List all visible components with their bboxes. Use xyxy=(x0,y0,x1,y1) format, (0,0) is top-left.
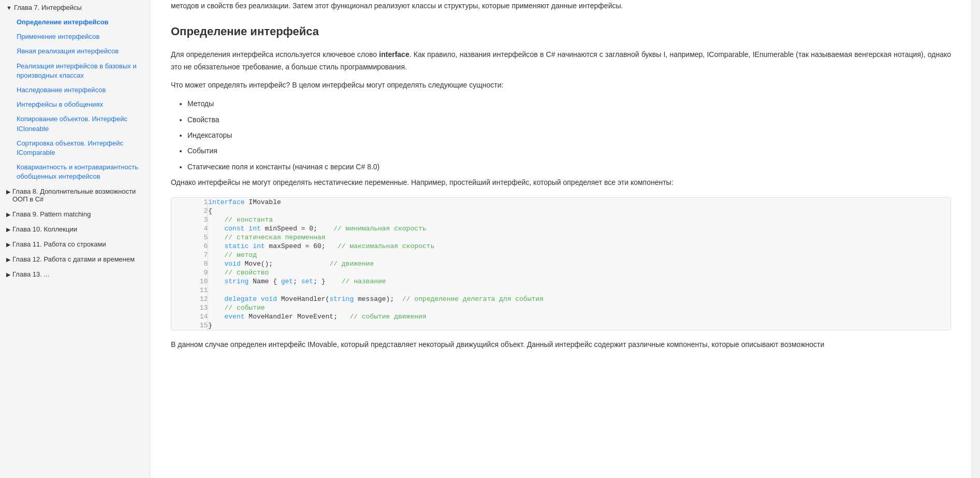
sidebar-item-inherit-iface[interactable]: Наследование интерфейсов xyxy=(0,83,150,97)
cm-token: // минимальная скорость xyxy=(333,225,426,233)
line-number: 7 xyxy=(171,251,208,259)
sidebar-item-sort-icomparable[interactable]: Сортировка объектов. Интерфейс IComparab… xyxy=(0,136,150,160)
chapter-label: Глава 13. ... xyxy=(12,270,143,278)
kw-token: get xyxy=(281,278,293,285)
line-number: 11 xyxy=(171,286,208,295)
line-number: 4 xyxy=(171,224,208,233)
cm-token: // свойство xyxy=(208,269,269,277)
page-title: Определение интерфейса xyxy=(171,25,951,40)
kw-token: delegate xyxy=(208,295,257,303)
line-code: const int minSpeed = 0; // минимальная с… xyxy=(208,224,950,233)
sidebar: ▼Глава 7. ИнтерфейсыОпределение интерфей… xyxy=(0,0,150,478)
line-code: string Name { get; set; } // название xyxy=(208,277,950,286)
table-row: 5 // статическая переменная xyxy=(171,233,950,242)
line-code: event MoveHandler MoveEvent; // событие … xyxy=(208,312,950,321)
arrow-icon: ▶ xyxy=(6,226,10,233)
kw-token: const xyxy=(208,225,244,233)
fn-token: message); xyxy=(354,295,402,303)
sidebar-chapter-chapter13[interactable]: ▶Глава 13. ... xyxy=(0,267,150,282)
line-number: 5 xyxy=(171,233,208,242)
sidebar-item-explicit-impl[interactable]: Явная реализация интерфейсов xyxy=(0,44,150,59)
arrow-icon: ▶ xyxy=(6,189,10,195)
para1: Для определения интерфейса используется … xyxy=(171,49,951,74)
table-row: 1interface IMovable xyxy=(171,198,950,207)
arrow-icon: ▶ xyxy=(6,271,10,278)
line-number: 14 xyxy=(171,312,208,321)
kw-token: event xyxy=(208,313,244,321)
kw-token: static xyxy=(208,242,248,250)
para4: В данном случае определен интерфейс IMov… xyxy=(171,339,951,351)
chapter-label: Глава 7. Интерфейсы xyxy=(14,4,143,11)
list-item: Статические поля и константы (начиная с … xyxy=(187,161,951,172)
cm-token: // константа xyxy=(208,216,273,224)
sidebar-chapter-chapter8[interactable]: ▶Глава 8. Дополнительные возможности ООП… xyxy=(0,184,150,207)
line-code: static int maxSpeed = 60; // максимальна… xyxy=(208,242,950,251)
list-item: Индексаторы xyxy=(187,129,951,141)
fn-token: Name { xyxy=(248,278,281,285)
cm-token: // движение xyxy=(329,260,374,268)
sidebar-chapter-chapter11[interactable]: ▶Глава 11. Работа со строками xyxy=(0,237,150,252)
kw-token: void xyxy=(208,260,240,268)
sidebar-item-base-derived[interactable]: Реализация интерфейсов в базовых и произ… xyxy=(0,59,150,83)
fn-token: maxSpeed = 60; xyxy=(265,242,338,250)
line-code: // метод xyxy=(208,251,950,259)
line-code: // событие xyxy=(208,303,950,312)
cm-token: // статическая переменная xyxy=(208,234,325,241)
list-item: События xyxy=(187,145,951,156)
table-row: 14 event MoveHandler MoveEvent; // событ… xyxy=(171,312,950,321)
line-number: 13 xyxy=(171,303,208,312)
line-number: 1 xyxy=(171,198,208,207)
sidebar-chapter-chapter12[interactable]: ▶Глава 12. Работа с датами и временем xyxy=(0,252,150,267)
sidebar-chapter-chapter10[interactable]: ▶Глава 10. Коллекции xyxy=(0,222,150,237)
fn-token: MoveHandler MoveEvent; xyxy=(245,313,350,321)
scrollbar[interactable] xyxy=(972,0,980,478)
line-code: { xyxy=(208,207,950,215)
kw-token: string xyxy=(329,295,354,303)
sidebar-item-iface-generics[interactable]: Интерфейсы в обобщениях xyxy=(0,97,150,112)
table-row: 8 void Move(); // движение xyxy=(171,259,950,268)
line-number: 12 xyxy=(171,295,208,303)
bullet-list: МетодыСвойстваИндексаторыСобытияСтатичес… xyxy=(187,98,951,172)
table-row: 12 delegate void MoveHandler(string mess… xyxy=(171,295,950,303)
kw-token: int xyxy=(253,242,265,250)
sidebar-item-def-interface[interactable]: Определение интерфейсов xyxy=(0,15,150,30)
line-number: 6 xyxy=(171,242,208,251)
kw-token: void xyxy=(261,295,277,303)
cm-token: // максимальная скорость xyxy=(338,242,434,250)
main-content: методов и свойств без реализации. Затем … xyxy=(150,0,972,478)
sidebar-item-apply-interface[interactable]: Применение интерфейсов xyxy=(0,30,150,44)
line-number: 2 xyxy=(171,207,208,215)
line-code: // свойство xyxy=(208,268,950,277)
table-row: 10 string Name { get; set; } // название xyxy=(171,277,950,286)
fn-token: MoveHandler( xyxy=(277,295,329,303)
cm-token: // метод xyxy=(208,251,257,259)
kw-token: interface xyxy=(208,198,244,206)
line-code: delegate void MoveHandler(string message… xyxy=(208,295,950,303)
fn-token: Move(); xyxy=(241,260,330,268)
chapter-label: Глава 11. Работа со строками xyxy=(12,240,143,248)
cm-token: // определение делегата для события xyxy=(402,295,544,303)
code-block: 1interface IMovable2{3 // константа4 con… xyxy=(171,197,951,330)
line-code: void Move(); // движение xyxy=(208,259,950,268)
sidebar-item-copy-icloneable[interactable]: Копирование объектов. Интерфейс ICloneab… xyxy=(0,112,150,136)
arrow-icon: ▶ xyxy=(6,241,10,248)
list-item: Методы xyxy=(187,98,951,109)
list-item: Свойства xyxy=(187,114,951,125)
sidebar-chapter-chapter9[interactable]: ▶Глава 9. Pattern matching xyxy=(0,207,150,222)
line-number: 9 xyxy=(171,268,208,277)
fn-token xyxy=(248,242,253,250)
cm-token: // событие движения xyxy=(349,313,426,321)
line-number: 3 xyxy=(171,215,208,224)
fn-token: IMovable xyxy=(245,198,281,206)
table-row: 11 xyxy=(171,286,950,295)
cm-token: // название xyxy=(342,278,386,285)
fn-token: ; } xyxy=(313,278,342,285)
fn-token: minSpeed = 0; xyxy=(261,225,333,233)
line-number: 10 xyxy=(171,277,208,286)
table-row: 9 // свойство xyxy=(171,268,950,277)
table-row: 7 // метод xyxy=(171,251,950,259)
table-row: 2{ xyxy=(171,207,950,215)
sidebar-item-covariant[interactable]: Ковариантность и контравариантность обоб… xyxy=(0,160,150,184)
sidebar-chapter-chapter7[interactable]: ▼Глава 7. Интерфейсы xyxy=(0,0,150,15)
chapter-label: Глава 10. Коллекции xyxy=(12,225,143,233)
